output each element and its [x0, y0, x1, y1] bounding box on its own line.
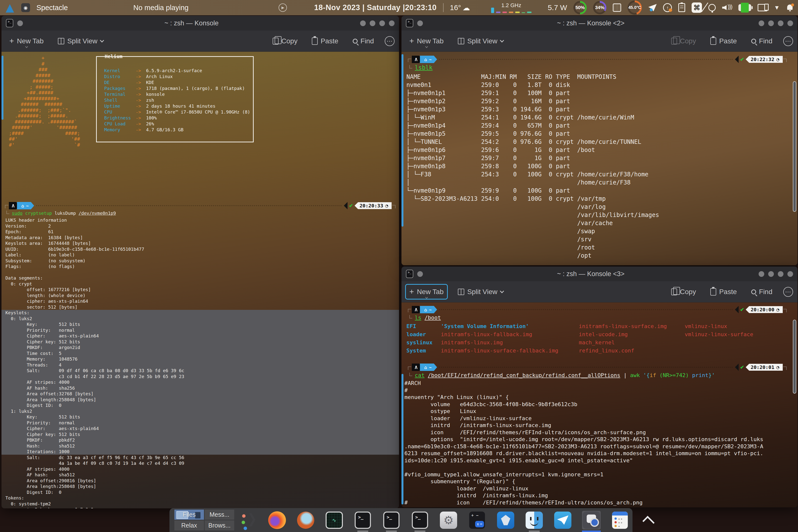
new-tab-button[interactable]: +New Tab: [406, 285, 447, 299]
titlebar[interactable]: >_ ~ : zsh — Konsole: [1, 16, 399, 31]
updates-icon[interactable]: ↑: [663, 3, 672, 12]
titlebar[interactable]: >_ ~ : zsh — Konsole <3>: [401, 266, 798, 281]
konsole-window-3: >_ ~ : zsh — Konsole <3> +New Tab Split …: [401, 266, 798, 507]
terminal-3-content[interactable]: Λ ⌂~ ✔ 20:20:00◔ ls /boot EFI'System Vol…: [401, 302, 798, 507]
terminal-1-icon[interactable]: >_: [354, 511, 372, 530]
window-minimize-button[interactable]: [768, 271, 774, 277]
terminal-2-content[interactable]: Λ ⌂~ ✔ 20:22:32◔ lsblk NAME MAJ:MIN RM S…: [401, 52, 798, 265]
notifications-icon[interactable]: [786, 4, 794, 11]
split-view-button[interactable]: Split View: [54, 35, 107, 48]
calculator-icon[interactable]: [468, 511, 487, 530]
copy-button[interactable]: Copy: [668, 285, 700, 298]
command-key-icon[interactable]: ⌘: [691, 2, 702, 13]
terminal-2-icon[interactable]: >_: [382, 511, 401, 530]
split-view-icon: [458, 289, 464, 295]
prompt-dir-segment: ⌂~: [17, 202, 34, 209]
window-pin-button[interactable]: [759, 20, 764, 26]
active-app-name[interactable]: Spectacle: [36, 4, 68, 12]
terminal-1-content[interactable]: + # ### ##### ####### ; #####; +##.#####…: [1, 52, 399, 508]
prompt-dir-segment: ⌂~: [420, 306, 437, 313]
file-manager-icon[interactable]: [525, 511, 544, 530]
scrollbar-thumb[interactable]: [793, 320, 796, 394]
display-connect-icon[interactable]: [758, 4, 767, 11]
copy-button[interactable]: Copy: [269, 35, 301, 48]
telegram-app-icon[interactable]: [553, 511, 572, 530]
find-button[interactable]: Find: [748, 285, 776, 298]
konsole-window-2: >_ ~ : zsh — Konsole <2> +New Tab Split …: [401, 16, 798, 265]
media-play-icon[interactable]: ▶: [279, 3, 287, 12]
command-line: lsblk: [409, 64, 787, 72]
app-launcher-icon[interactable]: [239, 511, 258, 530]
window-pin-button[interactable]: [759, 271, 764, 277]
titlebar-dot-icon[interactable]: [417, 271, 423, 277]
paste-icon: [710, 288, 716, 296]
dock-expand-icon[interactable]: [639, 511, 658, 530]
tray-expand-icon[interactable]: ▼: [774, 4, 780, 11]
find-button[interactable]: Find: [349, 35, 377, 48]
prompt-dir-segment: ⌂~: [420, 363, 437, 371]
window-minimize-button[interactable]: [370, 20, 375, 26]
window-title: ~ : zsh — Konsole: [23, 19, 360, 27]
scrollbar-thumb[interactable]: [401, 374, 403, 505]
window-close-button[interactable]: [389, 20, 395, 26]
night-light-off-icon[interactable]: [708, 4, 716, 11]
active-app-icon[interactable]: ◉: [21, 3, 30, 12]
chevron-down-icon: [425, 45, 428, 48]
find-button[interactable]: Find: [748, 35, 776, 48]
pager-desktop-browse[interactable]: Brows...: [205, 520, 234, 531]
scrollbar-thumb[interactable]: [401, 54, 403, 227]
cpu-temp-ring[interactable]: 45.0°C: [628, 0, 642, 15]
window-maximize-button[interactable]: [778, 271, 783, 277]
hamburger-menu-button[interactable]: ⋯: [783, 36, 793, 46]
command-line: ls /boot: [409, 314, 787, 321]
system-monitor-icon[interactable]: ∿: [325, 511, 344, 530]
terminal-3-icon[interactable]: >_: [411, 511, 429, 530]
window-minimize-button[interactable]: [768, 20, 774, 26]
notes-icon[interactable]: [611, 511, 629, 530]
clipboard-icon[interactable]: [678, 3, 685, 12]
scrollbar-thumb[interactable]: [1, 56, 3, 120]
paste-button[interactable]: Paste: [707, 35, 740, 48]
pager-desktop-relax[interactable]: Relax: [174, 520, 204, 531]
hamburger-menu-button[interactable]: ⋯: [385, 36, 395, 46]
titlebar[interactable]: >_ ~ : zsh — Konsole <2>: [401, 16, 798, 31]
new-tab-button[interactable]: +New Tab: [6, 34, 47, 48]
firefox-icon[interactable]: [268, 511, 286, 530]
cpu-chip-icon[interactable]: [613, 3, 621, 12]
copy-button[interactable]: Copy: [668, 35, 700, 48]
pager-desktop-files[interactable]: Files: [174, 510, 204, 520]
app-launcher-menu[interactable]: [5, 3, 15, 13]
titlebar-dot-icon[interactable]: [417, 20, 423, 26]
cpu-usage-ring[interactable]: 50%: [573, 1, 587, 14]
split-view-button[interactable]: Split View: [454, 285, 507, 298]
weather-widget[interactable]: 16°☁: [450, 3, 470, 12]
cpu-freq-widget[interactable]: 1.2 GHz: [491, 2, 532, 13]
window-close-button[interactable]: [787, 20, 793, 26]
volume-icon[interactable]: [722, 4, 732, 12]
window-maximize-button[interactable]: [379, 20, 385, 26]
telegram-icon[interactable]: [648, 4, 657, 11]
virtual-desktop-pager: Files Mess... Relax Brows...: [174, 510, 234, 531]
system-settings-icon[interactable]: ⚙: [439, 511, 458, 530]
pager-desktop-messaging[interactable]: Mess...: [205, 510, 234, 520]
window-pin-button[interactable]: [360, 20, 366, 26]
new-tab-button[interactable]: +New Tab: [406, 34, 447, 48]
globe-browser-icon[interactable]: [296, 511, 315, 530]
hamburger-menu-button[interactable]: ⋯: [783, 287, 793, 297]
scrollbar-thumb[interactable]: [793, 81, 796, 212]
selected-text-block: Keyslots: 0: luks2 Key: 512 bits Priorit…: [1, 310, 399, 455]
media-status[interactable]: No media playing: [133, 4, 188, 12]
panel-clock[interactable]: 18-Nov 2023 | Saturday |20:23:10: [314, 3, 437, 12]
paste-button[interactable]: Paste: [308, 35, 342, 48]
split-view-button[interactable]: Split View: [454, 35, 507, 48]
blue-app-icon[interactable]: [496, 511, 515, 530]
prompt-timestamp: 20:20:33◔: [355, 202, 392, 209]
window-close-button[interactable]: [787, 271, 793, 277]
power-draw[interactable]: 5.7 W: [548, 3, 567, 12]
paste-button[interactable]: Paste: [707, 285, 740, 298]
memory-usage-ring[interactable]: 34%: [593, 1, 606, 14]
titlebar-dot-icon[interactable]: [17, 20, 23, 26]
spectacle-icon[interactable]: [582, 511, 601, 530]
window-maximize-button[interactable]: [778, 20, 783, 26]
battery-charging-icon[interactable]: [738, 4, 751, 11]
